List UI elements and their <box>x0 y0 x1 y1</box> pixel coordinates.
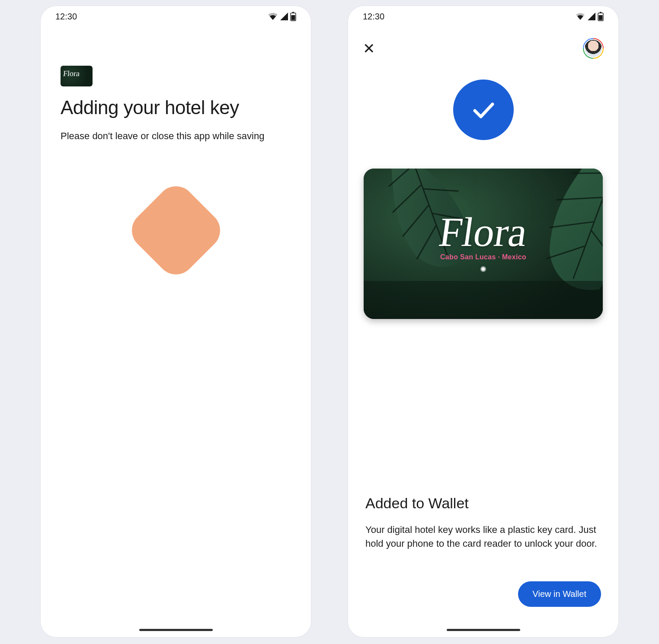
status-icons <box>575 12 604 21</box>
page-subtitle: Please don't leave or close this app whi… <box>61 131 291 142</box>
status-time: 12:30 <box>363 12 384 22</box>
svg-rect-4 <box>600 12 601 13</box>
added-title: Added to Wallet <box>365 495 601 512</box>
view-in-wallet-button[interactable]: View in Wallet <box>518 581 601 607</box>
status-bar: 12:30 <box>41 6 311 27</box>
page-title: Adding your hotel key <box>61 97 291 118</box>
gesture-bar[interactable] <box>139 629 213 631</box>
svg-rect-5 <box>599 15 603 20</box>
phone-screen-added: 12:30 ✕ <box>348 6 618 637</box>
success-checkmark-icon <box>453 80 514 140</box>
account-avatar[interactable] <box>583 38 604 59</box>
close-icon[interactable]: ✕ <box>363 41 375 56</box>
wifi-icon <box>268 12 278 21</box>
top-bar: ✕ <box>348 27 618 59</box>
battery-icon <box>290 12 296 21</box>
loading-indicator <box>41 194 311 267</box>
svg-rect-2 <box>291 15 295 20</box>
hotel-key-thumbnail: Flora <box>61 66 93 86</box>
cellular-icon <box>280 12 288 21</box>
cellular-icon <box>587 12 596 21</box>
hotel-key-card[interactable]: Flora Cabo San Lucas · Mexico ✺ <box>364 169 603 319</box>
spinner-shape <box>124 179 227 282</box>
wifi-icon <box>575 12 585 21</box>
gesture-bar[interactable] <box>447 629 520 631</box>
added-description: Your digital hotel key works like a plas… <box>365 523 601 551</box>
card-ornament-icon: ✺ <box>480 265 486 274</box>
thumb-brand-logo: Flora <box>63 69 80 78</box>
card-brand-logo: Flora <box>437 214 530 251</box>
phone-screen-adding: 12:30 Flora Adding your hotel key Please… <box>41 6 311 637</box>
avatar-photo <box>585 40 602 57</box>
status-bar: 12:30 <box>348 6 618 27</box>
status-icons <box>268 12 296 21</box>
status-time: 12:30 <box>55 12 77 22</box>
battery-icon <box>598 12 604 21</box>
svg-rect-1 <box>292 12 294 13</box>
